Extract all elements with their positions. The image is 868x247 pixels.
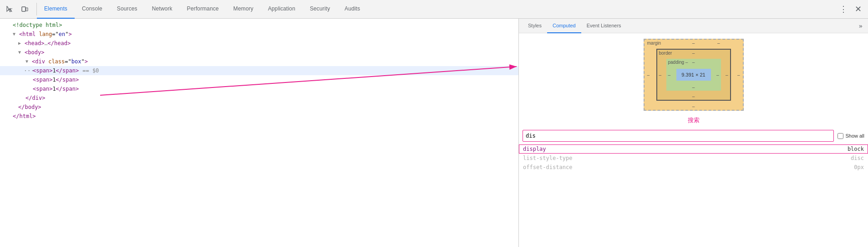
- padding-left-val: –: [668, 72, 671, 77]
- equals-sign: == $0: [82, 66, 99, 75]
- content-box: 9.391 × 21: [676, 69, 711, 81]
- computed-val-display: block: [848, 146, 864, 152]
- border-label: border: [659, 51, 672, 56]
- svg-rect-0: [22, 7, 25, 11]
- right-panel: Styles Computed Event Listeners » margin…: [519, 19, 868, 247]
- expand-head[interactable]: ▶: [18, 39, 25, 48]
- show-all-checkbox[interactable]: [838, 133, 843, 139]
- margin-left-val: –: [647, 72, 650, 77]
- border-bottom-val: –: [692, 94, 695, 99]
- tab-sources[interactable]: Sources: [110, 0, 145, 19]
- dom-line-doctype: <!doctype html>: [0, 21, 518, 30]
- computed-search-input[interactable]: [523, 130, 834, 142]
- box-model-diagram: margin – – – – – border – –: [644, 39, 744, 111]
- tab-network[interactable]: Network: [145, 0, 180, 19]
- tab-memory[interactable]: Memory: [226, 0, 261, 19]
- dom-line-div: ▼ <div class="box" >: [0, 57, 518, 66]
- margin-top-val: –: [692, 41, 695, 46]
- show-all-label[interactable]: Show all: [838, 133, 864, 139]
- html-tag: html: [22, 30, 36, 39]
- margin-label: margin: [647, 41, 661, 46]
- dom-line-body-close: </body>: [0, 103, 518, 112]
- computed-val-list-style: disc: [851, 155, 864, 161]
- html-close-bracket: >: [68, 30, 71, 39]
- computed-prop-list-style: list-style-type: [523, 155, 851, 161]
- computed-prop-offset-distance: offset-distance: [523, 164, 854, 170]
- tab-application[interactable]: Application: [261, 0, 303, 19]
- computed-item-display[interactable]: display block: [519, 144, 868, 154]
- more-options-button[interactable]: ⋮: [837, 3, 850, 15]
- computed-prop-display: display: [523, 146, 848, 152]
- tab-elements[interactable]: Elements: [37, 0, 75, 19]
- tab-computed[interactable]: Computed: [547, 19, 581, 33]
- toolbar-icons: [4, 3, 37, 15]
- content-size: 9.391 × 21: [681, 72, 705, 77]
- padding-bottom-val: –: [692, 85, 695, 90]
- dom-line-head: ▶ <head>…</head>: [0, 39, 518, 48]
- dom-line-span1-selected[interactable]: ··· <span>1</span> == $0: [0, 66, 518, 75]
- devtools-toolbar: Elements Console Sources Network Perform…: [0, 0, 868, 19]
- border-right-val: –: [726, 72, 728, 77]
- padding-label: padding –: [668, 60, 688, 65]
- computed-properties-list: display block list-style-type disc offse…: [519, 144, 868, 247]
- html-open-bracket: <: [19, 30, 22, 39]
- computed-val-offset-distance: 0px: [854, 164, 864, 170]
- computed-item-offset-distance[interactable]: offset-distance 0px: [519, 163, 868, 172]
- main-content: <!doctype html> ▼ <html lang="en" > ▶ <h…: [0, 19, 868, 247]
- line-gutter-dots: ···: [24, 66, 33, 75]
- inspect-button[interactable]: [4, 3, 16, 15]
- dom-line-span2: <span>1</span>: [0, 75, 518, 84]
- html-lang-attr: lang: [39, 30, 52, 39]
- tab-event-listeners[interactable]: Event Listeners: [581, 19, 627, 33]
- tab-security[interactable]: Security: [303, 0, 337, 19]
- doctype-text: <!doctype html>: [13, 21, 62, 30]
- tab-audits[interactable]: Audits: [337, 0, 367, 19]
- dom-line-span3: <span>1</span>: [0, 84, 518, 93]
- border-top-val: –: [692, 51, 695, 56]
- right-tab-more[interactable]: »: [857, 22, 864, 30]
- margin-dash-label: –: [717, 41, 720, 46]
- expand-html[interactable]: ▼: [13, 30, 19, 39]
- search-annotation-label: 搜索: [519, 116, 868, 124]
- border-left-val: –: [659, 72, 662, 77]
- padding-top-val: –: [692, 60, 695, 65]
- close-devtools-button[interactable]: ✕: [852, 3, 864, 15]
- tab-styles[interactable]: Styles: [523, 19, 547, 33]
- padding-right-val: –: [716, 72, 719, 77]
- svg-rect-1: [26, 8, 28, 11]
- main-tabs: Elements Console Sources Network Perform…: [37, 0, 367, 19]
- box-model-area: margin – – – – – border – –: [519, 33, 868, 116]
- device-toolbar-button[interactable]: [18, 3, 31, 15]
- margin-right-val: –: [737, 72, 740, 77]
- dom-line-html: ▼ <html lang="en" >: [0, 30, 518, 39]
- dom-line-div-close: </div>: [0, 93, 518, 103]
- dom-panel[interactable]: <!doctype html> ▼ <html lang="en" > ▶ <h…: [0, 19, 519, 247]
- show-all-text: Show all: [845, 133, 864, 139]
- tab-console[interactable]: Console: [75, 0, 110, 19]
- tab-performance[interactable]: Performance: [180, 0, 226, 19]
- margin-bottom-val: –: [692, 104, 695, 109]
- dom-line-body: ▼ <body>: [0, 48, 518, 57]
- dom-line-html-close: </html>: [0, 112, 518, 121]
- expand-body[interactable]: ▼: [18, 48, 25, 57]
- computed-item-list-style[interactable]: list-style-type disc: [519, 154, 868, 163]
- right-tabs: Styles Computed Event Listeners »: [519, 19, 868, 33]
- toolbar-right: ⋮ ✕: [837, 3, 864, 15]
- html-lang-value: en: [59, 30, 65, 39]
- expand-div[interactable]: ▼: [25, 57, 32, 66]
- search-row: Show all: [519, 127, 868, 144]
